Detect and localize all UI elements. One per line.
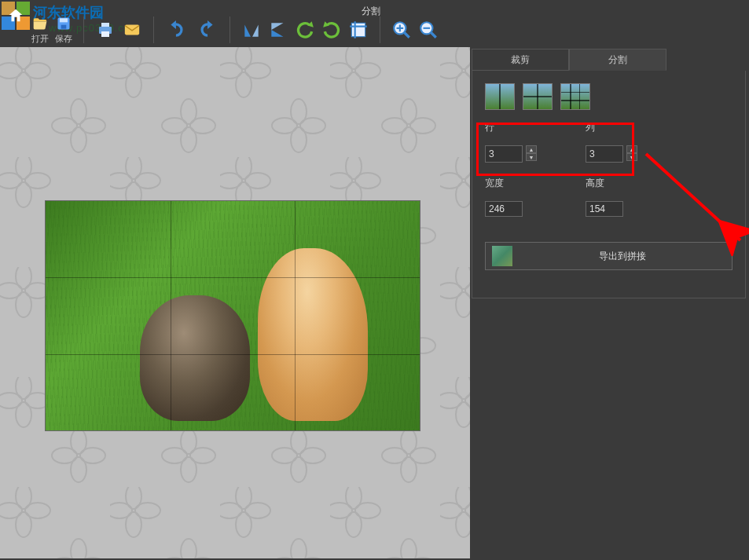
svg-rect-7: [351, 23, 365, 36]
redo-button[interactable]: [195, 20, 218, 40]
svg-rect-5: [101, 31, 109, 37]
save-button[interactable]: 保存: [55, 16, 72, 45]
separator: [153, 16, 154, 43]
preset-1x2[interactable]: [485, 83, 515, 110]
undo-button[interactable]: [165, 20, 189, 40]
cols-up[interactable]: ▲: [626, 145, 637, 153]
preset-3x3[interactable]: [560, 83, 590, 110]
rotate-right-button[interactable]: [321, 20, 342, 40]
flip-vertical-button[interactable]: [241, 20, 262, 40]
email-button[interactable]: [122, 21, 142, 38]
right-panel: 裁剪 分割 行 列 ▲ ▼: [472, 49, 746, 560]
export-to-stitch-button[interactable]: 导出到拼接: [485, 242, 732, 270]
flip-horizontal-button[interactable]: [268, 20, 288, 40]
canvas-area[interactable]: [0, 47, 470, 558]
cols-down[interactable]: ▼: [626, 153, 637, 161]
separator: [380, 16, 380, 43]
cols-input[interactable]: [586, 145, 623, 163]
svg-rect-4: [101, 23, 109, 27]
svg-rect-6: [125, 25, 139, 35]
toolbar: 打开 保存: [0, 14, 749, 46]
preset-2x2[interactable]: [523, 83, 553, 110]
rotate-left-button[interactable]: [295, 20, 315, 40]
zoom-out-button[interactable]: [418, 20, 439, 40]
print-button[interactable]: [95, 20, 116, 39]
width-label: 宽度: [485, 177, 548, 190]
image-preview[interactable]: [45, 200, 420, 431]
zoom-in-button[interactable]: [391, 20, 412, 40]
rows-down[interactable]: ▼: [526, 153, 537, 161]
cols-label: 列: [586, 121, 648, 134]
export-thumb-icon: [492, 246, 512, 266]
separator: [83, 16, 84, 43]
save-label: 保存: [55, 33, 72, 45]
rows-input[interactable]: [485, 145, 523, 163]
height-input[interactable]: [586, 201, 623, 217]
export-label: 导出到拼接: [519, 250, 725, 263]
rows-up[interactable]: ▲: [526, 145, 537, 153]
crop-button[interactable]: [348, 20, 369, 40]
height-label: 高度: [586, 177, 648, 190]
tab-split[interactable]: 分割: [569, 49, 666, 71]
width-input[interactable]: [485, 201, 523, 217]
svg-rect-2: [61, 24, 67, 28]
svg-rect-1: [60, 18, 68, 22]
tab-crop[interactable]: 裁剪: [472, 49, 569, 71]
open-button[interactable]: 打开: [31, 16, 49, 45]
open-label: 打开: [31, 33, 49, 45]
rows-label: 行: [485, 121, 548, 134]
separator: [229, 16, 230, 43]
